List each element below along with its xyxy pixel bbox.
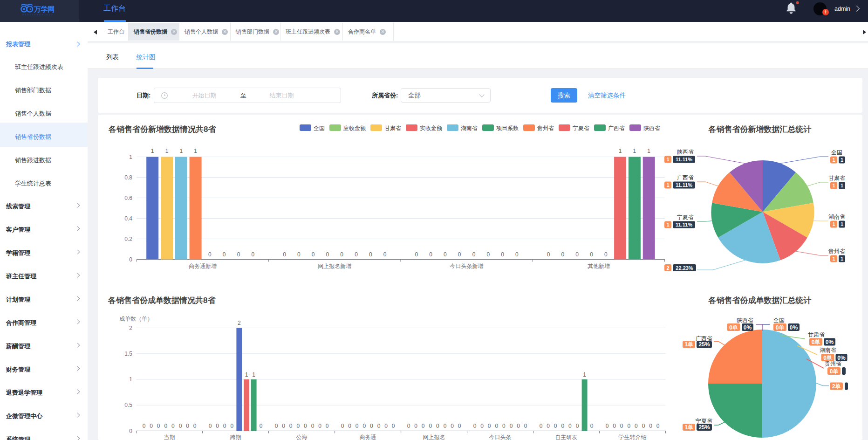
- svg-text:1: 1: [619, 148, 622, 154]
- svg-text:宁夏省: 宁夏省: [573, 125, 589, 131]
- svg-text:0: 0: [547, 423, 550, 429]
- svg-text:0: 0: [362, 423, 366, 429]
- svg-text:1: 1: [832, 256, 835, 261]
- svg-text:1: 1: [245, 371, 248, 378]
- svg-text:湖南省: 湖南省: [820, 347, 836, 353]
- svg-text:0: 0: [642, 423, 645, 429]
- svg-text:1单: 1单: [684, 341, 693, 348]
- svg-text:2: 2: [238, 320, 241, 326]
- svg-text:0: 0: [223, 251, 226, 258]
- svg-text:1: 1: [832, 183, 835, 188]
- svg-text:0.8: 0.8: [124, 174, 132, 181]
- svg-text:0.2: 0.2: [124, 236, 132, 242]
- svg-text:0: 0: [289, 423, 293, 429]
- svg-text:11.11%: 11.11%: [676, 157, 692, 162]
- svg-text:1: 1: [841, 183, 843, 188]
- svg-text:0: 0: [415, 251, 418, 258]
- svg-text:0: 0: [444, 251, 447, 258]
- svg-text:1: 1: [179, 148, 183, 154]
- svg-text:1: 1: [841, 221, 843, 227]
- svg-text:1: 1: [194, 148, 197, 154]
- svg-text:0: 0: [370, 423, 373, 429]
- svg-text:0: 0: [501, 251, 504, 258]
- svg-text:0: 0: [283, 251, 286, 258]
- svg-text:跨期: 跨期: [230, 434, 241, 440]
- svg-text:陕西省: 陕西省: [737, 317, 753, 323]
- svg-text:0%: 0%: [826, 339, 834, 345]
- svg-text:2: 2: [129, 325, 132, 331]
- svg-text:1: 1: [832, 221, 835, 227]
- svg-text:0: 0: [524, 423, 527, 429]
- svg-text:0: 0: [590, 423, 594, 429]
- svg-text:甘肃省: 甘肃省: [384, 125, 401, 131]
- svg-text:0: 0: [230, 423, 233, 429]
- svg-text:1: 1: [666, 222, 669, 227]
- svg-text:0: 0: [502, 423, 506, 429]
- svg-text:0: 0: [576, 423, 579, 429]
- svg-text:0: 0: [186, 423, 189, 429]
- svg-text:0: 0: [150, 423, 153, 429]
- svg-text:1: 1: [832, 157, 835, 163]
- svg-text:0%: 0%: [744, 324, 752, 331]
- svg-text:成单数（单）: 成单数（单）: [119, 316, 153, 322]
- svg-text:0: 0: [318, 423, 321, 429]
- svg-text:应收金额: 应收金额: [343, 125, 366, 131]
- svg-text:0: 0: [312, 251, 315, 258]
- svg-text:0: 0: [326, 251, 329, 258]
- svg-text:广西省: 广西省: [696, 335, 712, 342]
- svg-text:1: 1: [252, 371, 255, 378]
- svg-text:0: 0: [627, 423, 630, 429]
- svg-text:0: 0: [157, 423, 160, 429]
- svg-text:0: 0: [407, 423, 410, 429]
- svg-text:1: 1: [841, 157, 843, 163]
- svg-text:宁夏省: 宁夏省: [696, 418, 712, 424]
- svg-text:今日头条新增: 今日头条新增: [450, 263, 484, 269]
- svg-text:1: 1: [129, 154, 132, 160]
- svg-text:0: 0: [613, 423, 616, 429]
- svg-text:0: 0: [444, 423, 447, 429]
- svg-text:0: 0: [384, 423, 388, 429]
- svg-text:湖南省: 湖南省: [828, 213, 845, 220]
- svg-text:0: 0: [451, 423, 454, 429]
- svg-text:0: 0: [458, 251, 461, 258]
- svg-text:0单: 0单: [729, 324, 738, 331]
- svg-text:0.6: 0.6: [124, 195, 132, 201]
- svg-text:0单: 0单: [830, 368, 839, 375]
- svg-text:0: 0: [369, 251, 372, 258]
- svg-text:1: 1: [647, 148, 650, 154]
- svg-text:0: 0: [604, 251, 608, 258]
- svg-text:0: 0: [480, 423, 484, 429]
- svg-text:1: 1: [129, 376, 132, 383]
- svg-text:全国: 全国: [831, 149, 842, 156]
- svg-text:0: 0: [414, 423, 417, 429]
- svg-text:0: 0: [510, 423, 513, 429]
- svg-text:全国: 全国: [314, 125, 325, 131]
- svg-text:0: 0: [355, 251, 358, 258]
- svg-text:0: 0: [260, 423, 263, 429]
- svg-text:0: 0: [209, 423, 212, 429]
- svg-text:陕西省: 陕西省: [643, 125, 660, 131]
- svg-text:商务通新增: 商务通新增: [189, 263, 217, 269]
- svg-text:0: 0: [561, 251, 565, 258]
- svg-text:0: 0: [568, 423, 572, 429]
- svg-text:0: 0: [164, 423, 167, 429]
- svg-text:0: 0: [282, 423, 285, 429]
- svg-text:广西省: 广西省: [677, 174, 694, 181]
- svg-text:陕西省: 陕西省: [677, 149, 694, 155]
- svg-text:实收金额: 实收金额: [420, 125, 442, 131]
- svg-text:自主研发: 自主研发: [555, 434, 578, 440]
- svg-text:0: 0: [143, 423, 146, 429]
- svg-text:1单: 1单: [684, 424, 693, 431]
- svg-text:公海: 公海: [296, 434, 308, 440]
- svg-text:0: 0: [251, 251, 254, 258]
- svg-text:0%: 0%: [790, 324, 798, 331]
- svg-text:0: 0: [517, 423, 520, 429]
- svg-text:1: 1: [666, 182, 669, 188]
- svg-text:0: 0: [495, 423, 498, 429]
- svg-text:0: 0: [208, 251, 212, 258]
- svg-text:0: 0: [649, 423, 652, 429]
- svg-text:0: 0: [488, 423, 491, 429]
- svg-text:0: 0: [540, 423, 543, 429]
- svg-text:0: 0: [348, 423, 351, 429]
- svg-text:0: 0: [237, 251, 240, 258]
